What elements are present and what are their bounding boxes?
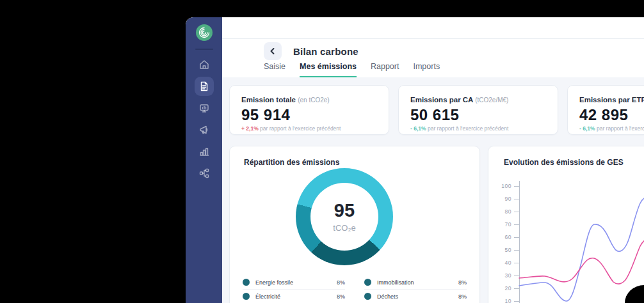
app-logo[interactable]	[196, 24, 213, 41]
legend-value: 8%	[337, 293, 345, 300]
kpi-delta-note: - 6,1% par rapport à l'exercice précéden…	[410, 125, 508, 132]
kpi-unit: (tCO2e/M€)	[475, 97, 508, 104]
home-icon	[198, 59, 210, 70]
back-button[interactable]	[264, 42, 282, 60]
legend-label: Energie fossile	[255, 279, 293, 286]
kpi-delta-note: - 6,1% par rapport à l'exercice précéden…	[579, 125, 644, 132]
page-head: Bilan carbone Saisie Mes émissions Rappo…	[222, 39, 644, 77]
legend-value: 8%	[337, 279, 345, 286]
kpi-value: 95 914	[241, 106, 290, 124]
line-chart-plot	[488, 146, 644, 303]
donut-center-value: 95	[334, 201, 355, 220]
tab-mes-emissions[interactable]: Mes émissions	[300, 62, 357, 77]
tab-saisie[interactable]: Saisie	[264, 62, 286, 77]
legend-item-immobilisation: Immobilisation 8%	[364, 276, 467, 290]
kpi-delta: - 6,1%	[410, 125, 426, 132]
megaphone-icon	[198, 124, 210, 136]
sidebar-item-analytics[interactable]	[193, 141, 215, 162]
app-window: Bilan carbone Saisie Mes émissions Rappo…	[186, 17, 644, 303]
legend-item-electricite: Électricité 8%	[243, 290, 345, 303]
kpi-delta: + 2,1%	[241, 125, 259, 132]
sidebar-item-organisation[interactable]	[193, 162, 215, 184]
legend-label: Déchets	[377, 293, 398, 300]
kpi-value: 42 895	[579, 106, 628, 124]
legend-label: Immobilisation	[377, 279, 414, 286]
sidebar-item-home[interactable]	[193, 54, 215, 75]
kpi-title: Emission totale (en tCO2e)	[241, 96, 330, 104]
sidebar-divider	[195, 49, 213, 50]
kpi-title: Emissions par CA (tCO2e/M€)	[410, 96, 508, 104]
tab-imports[interactable]: Imports	[413, 62, 440, 77]
legend-value: 8%	[458, 293, 467, 300]
donut-chart: 95 tCO₂e	[296, 168, 393, 265]
topbar	[222, 17, 644, 39]
hierarchy-icon	[198, 167, 210, 179]
sidebar-item-dashboard[interactable]	[193, 97, 215, 119]
line-chart-card: Evolution des émissions de GES 100 90 80…	[488, 146, 644, 303]
kpi-title: Emissions par ETP (tCO2e/ETP)	[579, 96, 644, 104]
sidebar-item-announcements[interactable]	[193, 119, 215, 141]
tab-bar: Saisie Mes émissions Rapport Imports	[264, 62, 440, 77]
kpi-unit: (en tCO2e)	[298, 97, 329, 104]
legend-label: Électricité	[255, 293, 280, 300]
kpi-card-emissions-par-etp: Emissions par ETP (tCO2e/ETP) 42 895 - 6…	[567, 85, 644, 135]
donut-chart-card: Répartition des émissions 95 tCO₂e Energ…	[229, 146, 480, 303]
kpi-card-emissions-par-ca: Emissions par CA (tCO2e/M€) 50 615 - 6,1…	[398, 85, 558, 135]
donut-legend: Energie fossile 8% Immobilisation 8% Éle…	[243, 276, 467, 303]
kpi-delta-note: + 2,1% par rapport à l'exercice précéden…	[241, 125, 341, 132]
donut-center: 95 tCO₂e	[310, 183, 378, 251]
page-title: Bilan carbone	[293, 46, 358, 57]
sidebar	[186, 17, 222, 303]
legend-item-energie-fossile: Energie fossile 8%	[243, 276, 345, 290]
legend-value: 8%	[458, 279, 467, 286]
screen: { "sidebar": { "logo_icon": "green-spira…	[0, 0, 644, 303]
legend-dot	[243, 293, 250, 300]
legend-item-dechets: Déchets 8%	[364, 290, 467, 303]
legend-dot	[243, 279, 250, 286]
legend-dot	[364, 279, 371, 286]
legend-dot	[364, 293, 371, 300]
donut-center-unit: tCO₂e	[333, 223, 355, 233]
blue-series-line	[519, 196, 644, 301]
chevron-left-icon	[269, 47, 277, 55]
kpi-card-emission-totale: Emission totale (en tCO2e) 95 914 + 2,1%…	[229, 85, 389, 135]
tab-rapport[interactable]: Rapport	[371, 62, 399, 77]
bar-chart-icon	[198, 146, 210, 157]
kpi-delta: - 6,1%	[579, 125, 595, 132]
document-icon	[198, 81, 210, 92]
green-spiral-logo-icon	[196, 24, 213, 41]
sidebar-nav	[193, 54, 215, 184]
kpi-value: 50 615	[410, 106, 459, 124]
donut-chart-title: Répartition des émissions	[244, 158, 339, 167]
screen-chart-icon	[198, 102, 210, 114]
sidebar-item-documents[interactable]	[193, 75, 215, 97]
